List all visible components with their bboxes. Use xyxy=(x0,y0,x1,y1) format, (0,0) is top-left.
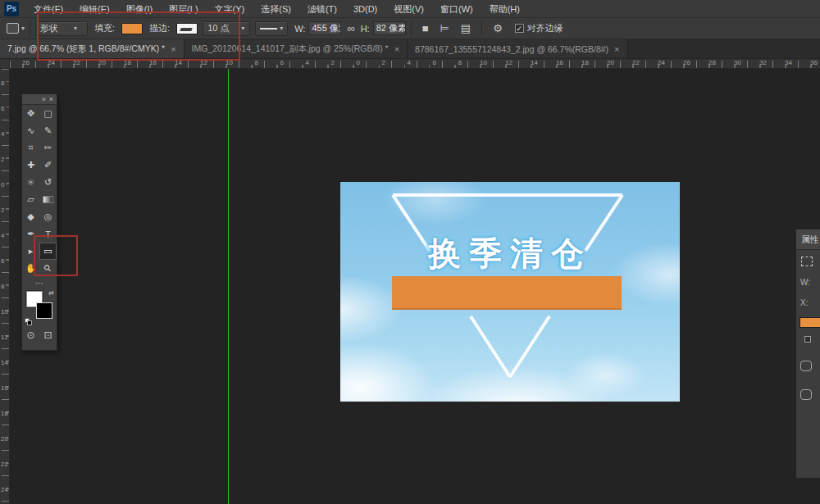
tab-label: 8786167_135557124843_2.jpg @ 66.7%(RGB/8… xyxy=(415,44,608,54)
props-x-label: X: xyxy=(800,298,820,307)
divider xyxy=(481,20,482,37)
eraser-tool[interactable]: ▱ xyxy=(22,191,39,208)
eyedropper-tool[interactable]: ✏ xyxy=(39,139,57,157)
tool-preset-picker[interactable]: ▾ xyxy=(7,23,25,34)
orange-banner-shape[interactable] xyxy=(392,276,622,310)
move-icon: ✥ xyxy=(27,108,34,119)
document-canvas[interactable]: 换季清仓 xyxy=(340,182,680,402)
gear-icon[interactable]: ⚙ xyxy=(493,22,503,34)
props-width-label: W: xyxy=(800,278,820,287)
ruler-label: 14 xyxy=(531,59,540,66)
props-fill-swatch[interactable] xyxy=(800,317,820,328)
ruler-label: 8 xyxy=(1,283,4,290)
ps-logo: Ps xyxy=(4,2,19,16)
ruler-label: 32 xyxy=(759,59,768,66)
ruler-label: 4 xyxy=(408,59,412,66)
ruler-label: 24 xyxy=(658,59,667,66)
quick-mask-icon[interactable]: ⊙ xyxy=(26,329,34,341)
menu-filter[interactable]: 滤镜(T) xyxy=(299,0,345,18)
menu-help[interactable]: 帮助(H) xyxy=(481,0,528,18)
vertical-guide-line[interactable] xyxy=(228,69,229,504)
corner-radius-icon[interactable] xyxy=(800,361,812,371)
divider xyxy=(411,20,412,37)
ruler-label: 24 xyxy=(1,486,8,493)
ruler-label: 4 xyxy=(306,59,311,66)
tools-panel: » × ✥▢∿✎⌗✏✚✐⍟↺▱◆◎✒T▸▭✋⚲ ⋯ ⇄ ⊙ ⊡ xyxy=(21,93,57,351)
ruler-label: 6 xyxy=(1,257,4,265)
chevron-down-icon: ▾ xyxy=(280,25,283,32)
align-edges-label: 对齐边缘 xyxy=(527,22,563,34)
ruler-label: 18 xyxy=(581,59,590,66)
move-tool[interactable]: ✥ xyxy=(22,105,39,122)
shape-height-field[interactable]: 82 像素 xyxy=(373,21,406,35)
ruler-label: 14 xyxy=(1,359,8,366)
props-stroke-option-icon[interactable] xyxy=(804,336,811,343)
dodge-icon: ◎ xyxy=(44,211,52,222)
marquee-tool[interactable]: ▢ xyxy=(39,105,57,122)
ruler-label: 4 xyxy=(1,130,4,138)
lasso-tool[interactable]: ∿ xyxy=(22,122,39,139)
properties-panel-title: 属性 xyxy=(796,230,820,250)
headline-text: 换季清仓 xyxy=(340,231,680,276)
background-color-swatch[interactable] xyxy=(36,302,52,319)
align-edges-checkbox[interactable]: ✓ xyxy=(515,24,524,33)
swap-colors-icon[interactable]: ⇄ xyxy=(48,289,54,297)
vertical-ruler[interactable]: 8642024681012141618202224 xyxy=(0,69,10,504)
link-dimensions-icon[interactable]: ∞ xyxy=(347,22,354,34)
ruler-label: 22 xyxy=(632,59,641,66)
menu-3d[interactable]: 3D(D) xyxy=(345,0,385,18)
shape-width-field[interactable]: 455 像素 xyxy=(308,21,341,35)
photoshop-window: Ps 文件(F)编辑(E)图像(I)图层(L)文字(Y)选择(S)滤镜(T)3D… xyxy=(0,0,820,504)
annotation-box-rectangle-tool xyxy=(34,235,78,276)
ruler-label: 2 xyxy=(331,59,336,66)
healing-brush-icon: ✚ xyxy=(27,160,34,170)
more-tools-icon[interactable]: ⋯ xyxy=(22,277,57,288)
history-brush-tool[interactable]: ↺ xyxy=(39,174,57,191)
color-wells: ⇄ xyxy=(22,288,57,326)
healing-brush-tool[interactable]: ✚ xyxy=(22,157,39,174)
ruler-label: 2 xyxy=(382,59,387,66)
ruler-label: 20 xyxy=(1,435,8,443)
crop-icon: ⌗ xyxy=(28,143,33,153)
ruler-label: 0 xyxy=(1,181,4,188)
ruler-label: 30 xyxy=(734,59,743,66)
quick-selection-tool[interactable]: ✎ xyxy=(39,122,57,139)
history-brush-icon: ↺ xyxy=(44,177,52,188)
corner-radius-icon[interactable] xyxy=(800,389,812,400)
path-alignment-icon[interactable]: ⊨ xyxy=(440,22,449,34)
ruler-label: 6 xyxy=(1,105,4,112)
ruler-label: 8 xyxy=(255,59,260,66)
height-label: H: xyxy=(361,24,370,34)
document-tab-3[interactable]: 8786167_135557124843_2.jpg @ 66.7%(RGB/8… xyxy=(408,39,627,58)
tab-close-icon[interactable]: × xyxy=(614,44,619,54)
brush-icon: ✐ xyxy=(44,160,52,170)
brush-tool[interactable]: ✐ xyxy=(39,157,57,174)
path-arrangement-icon[interactable]: ▤ xyxy=(461,22,471,34)
close-panel-icon[interactable]: × xyxy=(49,95,53,103)
ruler-origin-corner[interactable] xyxy=(0,59,10,69)
menu-view[interactable]: 视图(V) xyxy=(385,0,432,18)
screen-mode-icon[interactable]: ⊡ xyxy=(43,329,52,341)
ruler-label: 8 xyxy=(1,79,4,87)
ruler-label: 20 xyxy=(607,59,616,66)
gradient-tool[interactable] xyxy=(39,191,57,208)
clone-stamp-tool[interactable]: ⍟ xyxy=(22,174,39,191)
crop-tool[interactable]: ⌗ xyxy=(22,139,39,157)
stroke-style-dropdown[interactable]: ▾ xyxy=(255,21,288,36)
live-shape-icon xyxy=(801,257,813,266)
collapse-panel-icon[interactable]: » xyxy=(42,95,46,103)
path-operations-icon[interactable]: ■ xyxy=(422,22,429,34)
properties-panel: 属性 W: X: xyxy=(795,229,820,478)
default-colors-icon[interactable] xyxy=(25,318,32,325)
ruler-label: 10 xyxy=(480,59,489,66)
menu-window[interactable]: 窗口(W) xyxy=(432,0,481,18)
ruler-label: 22 xyxy=(1,461,8,468)
tab-close-icon[interactable]: × xyxy=(394,44,399,54)
lasso-icon: ∿ xyxy=(27,125,34,136)
ruler-label: 18 xyxy=(1,410,8,417)
blur-tool[interactable]: ◆ xyxy=(22,208,39,225)
ruler-label: 8 xyxy=(458,59,463,66)
dodge-tool[interactable]: ◎ xyxy=(39,208,57,225)
menu-select[interactable]: 选择(S) xyxy=(253,0,299,18)
gradient-icon xyxy=(43,196,53,203)
